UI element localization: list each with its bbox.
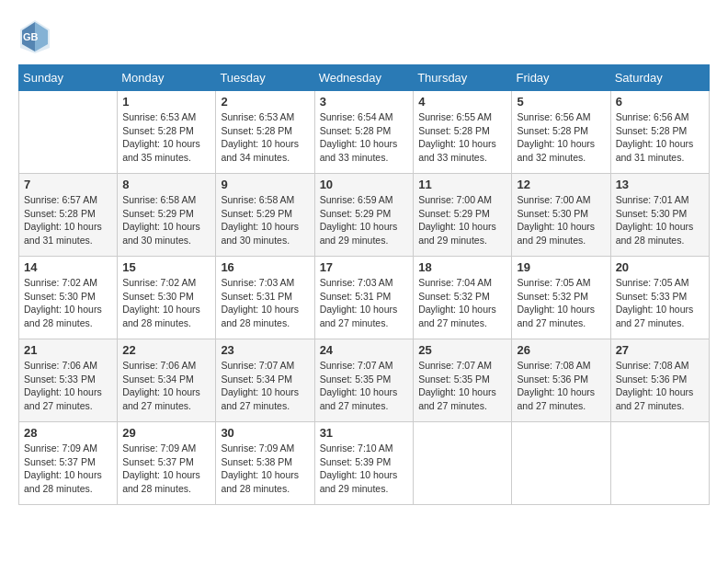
day-info: Sunrise: 6:54 AMSunset: 5:28 PMDaylight:…: [320, 110, 409, 165]
day-info: Sunrise: 7:06 AMSunset: 5:34 PMDaylight:…: [122, 359, 210, 413]
day-number: 19: [517, 260, 605, 274]
day-info: Sunrise: 7:00 AMSunset: 5:30 PMDaylight:…: [517, 193, 605, 247]
day-info: Sunrise: 6:59 AMSunset: 5:29 PMDaylight:…: [320, 193, 409, 247]
day-info: Sunrise: 7:09 AMSunset: 5:38 PMDaylight:…: [221, 442, 309, 496]
calendar-week-row: 1Sunrise: 6:53 AMSunset: 5:28 PMDaylight…: [19, 91, 710, 174]
day-number: 14: [24, 260, 112, 274]
day-info: Sunrise: 7:07 AMSunset: 5:35 PMDaylight:…: [418, 359, 506, 413]
calendar-cell: 30Sunrise: 7:09 AMSunset: 5:38 PMDayligh…: [216, 422, 314, 505]
day-info: Sunrise: 7:05 AMSunset: 5:33 PMDaylight:…: [616, 276, 704, 330]
day-number: 8: [122, 178, 210, 191]
column-header-sunday: Sunday: [19, 65, 118, 91]
day-info: Sunrise: 7:02 AMSunset: 5:30 PMDaylight:…: [24, 276, 112, 330]
day-number: 10: [320, 178, 409, 191]
day-info: Sunrise: 7:09 AMSunset: 5:37 PMDaylight:…: [122, 442, 210, 496]
day-number: 27: [616, 343, 704, 357]
day-info: Sunrise: 6:57 AMSunset: 5:28 PMDaylight:…: [24, 193, 112, 247]
calendar-cell: 24Sunrise: 7:07 AMSunset: 5:35 PMDayligh…: [314, 339, 414, 422]
calendar-cell: 25Sunrise: 7:07 AMSunset: 5:35 PMDayligh…: [414, 339, 512, 422]
day-info: Sunrise: 7:03 AMSunset: 5:31 PMDaylight:…: [221, 276, 309, 330]
calendar-cell: 11Sunrise: 7:00 AMSunset: 5:29 PMDayligh…: [414, 174, 512, 257]
day-info: Sunrise: 6:56 AMSunset: 5:28 PMDaylight:…: [616, 110, 704, 165]
day-number: 22: [122, 343, 210, 357]
day-number: 30: [221, 426, 309, 440]
day-number: 18: [418, 260, 506, 274]
day-info: Sunrise: 7:07 AMSunset: 5:35 PMDaylight:…: [320, 359, 409, 413]
day-number: 31: [320, 426, 409, 440]
day-number: 26: [517, 343, 605, 357]
day-info: Sunrise: 6:53 AMSunset: 5:28 PMDaylight:…: [122, 110, 210, 165]
day-number: 11: [418, 178, 506, 191]
day-info: Sunrise: 6:56 AMSunset: 5:28 PMDaylight:…: [517, 110, 605, 165]
calendar-cell: 10Sunrise: 6:59 AMSunset: 5:29 PMDayligh…: [314, 174, 414, 257]
day-number: 21: [24, 343, 112, 357]
day-info: Sunrise: 7:07 AMSunset: 5:34 PMDaylight:…: [221, 359, 309, 413]
calendar-cell: 23Sunrise: 7:07 AMSunset: 5:34 PMDayligh…: [216, 339, 314, 422]
day-info: Sunrise: 6:58 AMSunset: 5:29 PMDaylight:…: [221, 193, 309, 247]
calendar-cell: 3Sunrise: 6:54 AMSunset: 5:28 PMDaylight…: [314, 91, 414, 174]
calendar-cell: 21Sunrise: 7:06 AMSunset: 5:33 PMDayligh…: [19, 339, 118, 422]
day-number: 15: [122, 260, 210, 274]
day-number: 1: [122, 95, 210, 109]
day-info: Sunrise: 6:53 AMSunset: 5:28 PMDaylight:…: [221, 110, 309, 165]
calendar-cell: 2Sunrise: 6:53 AMSunset: 5:28 PMDaylight…: [216, 91, 314, 174]
calendar-week-row: 14Sunrise: 7:02 AMSunset: 5:30 PMDayligh…: [19, 257, 710, 339]
calendar-cell: 20Sunrise: 7:05 AMSunset: 5:33 PMDayligh…: [610, 257, 709, 339]
day-info: Sunrise: 7:06 AMSunset: 5:33 PMDaylight:…: [24, 359, 112, 413]
column-header-wednesday: Wednesday: [314, 65, 414, 91]
calendar-cell: 29Sunrise: 7:09 AMSunset: 5:37 PMDayligh…: [118, 422, 216, 505]
day-info: Sunrise: 6:58 AMSunset: 5:29 PMDaylight:…: [122, 193, 210, 247]
calendar-cell: 14Sunrise: 7:02 AMSunset: 5:30 PMDayligh…: [19, 257, 118, 339]
day-info: Sunrise: 7:08 AMSunset: 5:36 PMDaylight:…: [616, 359, 704, 413]
day-number: 3: [320, 95, 409, 109]
day-info: Sunrise: 7:02 AMSunset: 5:30 PMDaylight:…: [122, 276, 210, 330]
day-info: Sunrise: 7:03 AMSunset: 5:31 PMDaylight:…: [320, 276, 409, 330]
day-number: 16: [221, 260, 309, 274]
day-number: 23: [221, 343, 309, 357]
calendar-cell: 1Sunrise: 6:53 AMSunset: 5:28 PMDaylight…: [118, 91, 216, 174]
day-info: Sunrise: 7:08 AMSunset: 5:36 PMDaylight:…: [517, 359, 605, 413]
calendar-cell: 27Sunrise: 7:08 AMSunset: 5:36 PMDayligh…: [610, 339, 709, 422]
day-info: Sunrise: 6:55 AMSunset: 5:28 PMDaylight:…: [418, 110, 506, 165]
calendar-cell: 18Sunrise: 7:04 AMSunset: 5:32 PMDayligh…: [414, 257, 512, 339]
calendar-cell: 6Sunrise: 6:56 AMSunset: 5:28 PMDaylight…: [610, 91, 709, 174]
day-number: 24: [320, 343, 409, 357]
day-number: 17: [320, 260, 409, 274]
calendar-cell: 28Sunrise: 7:09 AMSunset: 5:37 PMDayligh…: [19, 422, 118, 505]
calendar-cell: 19Sunrise: 7:05 AMSunset: 5:32 PMDayligh…: [512, 257, 610, 339]
day-info: Sunrise: 7:01 AMSunset: 5:30 PMDaylight:…: [616, 193, 704, 247]
column-header-tuesday: Tuesday: [216, 65, 314, 91]
day-number: 6: [616, 95, 704, 109]
day-number: 4: [418, 95, 506, 109]
calendar-cell: 9Sunrise: 6:58 AMSunset: 5:29 PMDaylight…: [216, 174, 314, 257]
day-number: 29: [122, 426, 210, 440]
calendar-cell: 13Sunrise: 7:01 AMSunset: 5:30 PMDayligh…: [610, 174, 709, 257]
calendar-week-row: 21Sunrise: 7:06 AMSunset: 5:33 PMDayligh…: [19, 339, 710, 422]
column-header-saturday: Saturday: [610, 65, 709, 91]
logo: GB: [18, 18, 55, 55]
calendar-cell: 7Sunrise: 6:57 AMSunset: 5:28 PMDaylight…: [19, 174, 118, 257]
day-number: 7: [24, 178, 112, 191]
day-number: 5: [517, 95, 605, 109]
svg-text:GB: GB: [23, 31, 39, 42]
calendar-cell: 22Sunrise: 7:06 AMSunset: 5:34 PMDayligh…: [118, 339, 216, 422]
calendar-cell: [610, 422, 709, 505]
calendar-cell: 26Sunrise: 7:08 AMSunset: 5:36 PMDayligh…: [512, 339, 610, 422]
calendar-cell: [512, 422, 610, 505]
calendar-cell: 15Sunrise: 7:02 AMSunset: 5:30 PMDayligh…: [118, 257, 216, 339]
day-number: 9: [221, 178, 309, 191]
calendar-cell: 31Sunrise: 7:10 AMSunset: 5:39 PMDayligh…: [314, 422, 414, 505]
calendar-cell: [414, 422, 512, 505]
column-header-monday: Monday: [118, 65, 216, 91]
column-header-friday: Friday: [512, 65, 610, 91]
calendar-cell: 12Sunrise: 7:00 AMSunset: 5:30 PMDayligh…: [512, 174, 610, 257]
column-header-thursday: Thursday: [414, 65, 512, 91]
calendar-week-row: 7Sunrise: 6:57 AMSunset: 5:28 PMDaylight…: [19, 174, 710, 257]
day-number: 25: [418, 343, 506, 357]
calendar-cell: 16Sunrise: 7:03 AMSunset: 5:31 PMDayligh…: [216, 257, 314, 339]
logo-icon: GB: [18, 18, 51, 55]
day-info: Sunrise: 7:05 AMSunset: 5:32 PMDaylight:…: [517, 276, 605, 330]
day-number: 20: [616, 260, 704, 274]
day-number: 12: [517, 178, 605, 191]
page-header: GB: [18, 18, 710, 55]
